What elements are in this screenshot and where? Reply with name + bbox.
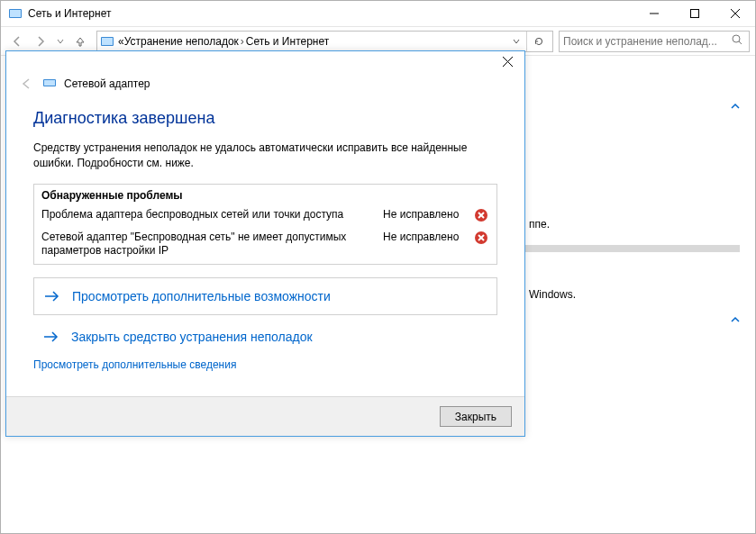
section-collapse-icon[interactable] — [726, 99, 744, 113]
problem-row[interactable]: Сетевой адаптер "Беспроводная сеть" не и… — [34, 228, 496, 264]
problem-row[interactable]: Проблема адаптера беспроводных сетей или… — [34, 205, 496, 228]
problem-text: Проблема адаптера беспроводных сетей или… — [41, 208, 383, 222]
breadcrumb-icon — [100, 34, 114, 49]
close-button[interactable]: Закрыть — [440, 406, 512, 427]
maximize-button[interactable] — [674, 1, 715, 26]
network-adapter-icon — [42, 76, 57, 93]
address-bar[interactable]: « Устранение неполадок › Сеть и Интернет — [96, 31, 553, 52]
breadcrumb-seg2[interactable]: Сеть и Интернет — [246, 35, 329, 48]
dialog-content: Диагностика завершена Средству устранени… — [6, 102, 524, 396]
nav-back-button[interactable] — [6, 31, 28, 52]
body-text-fragment2: Windows. — [529, 288, 576, 301]
progress-bar — [496, 245, 740, 252]
refresh-button[interactable] — [526, 32, 550, 51]
problem-text: Сетевой адаптер "Беспроводная сеть" не и… — [41, 231, 383, 258]
arrow-right-icon — [42, 330, 60, 343]
dialog-title: Сетевой адаптер — [64, 77, 150, 90]
titlebar: Сеть и Интернет — [1, 1, 755, 27]
close-button[interactable] — [715, 1, 755, 26]
error-icon — [473, 208, 489, 222]
svg-rect-1 — [10, 10, 21, 17]
close-troubleshooter-label: Закрыть средство устранения неполадок — [71, 330, 313, 344]
search-box[interactable] — [559, 31, 750, 52]
minimize-button[interactable] — [633, 1, 674, 26]
problems-found-box: Обнаруженные проблемы Проблема адаптера … — [33, 184, 497, 265]
dialog-back-button[interactable] — [17, 75, 35, 93]
close-troubleshooter-option[interactable]: Закрыть средство устранения неполадок — [33, 328, 497, 355]
problem-status: Не исправлено — [383, 231, 473, 243]
control-panel-icon — [8, 6, 23, 21]
svg-rect-7 — [102, 38, 113, 45]
problems-heading: Обнаруженные проблемы — [34, 185, 496, 205]
troubleshooter-dialog: Сетевой адаптер Диагностика завершена Ср… — [5, 50, 525, 437]
dialog-description: Средству устранения неполадок не удалось… — [33, 140, 497, 171]
error-icon — [473, 231, 489, 245]
explore-more-label: Просмотреть дополнительные возможности — [72, 289, 331, 303]
dialog-header: Сетевой адаптер — [6, 71, 524, 102]
explore-more-option[interactable]: Просмотреть дополнительные возможности — [33, 277, 497, 315]
dialog-footer: Закрыть — [6, 396, 524, 436]
breadcrumb-seg1[interactable]: Устранение неполадок — [124, 35, 239, 48]
problem-status: Не исправлено — [383, 208, 473, 221]
view-details-link[interactable]: Просмотреть дополнительные сведения — [33, 355, 236, 375]
breadcrumb-prefix: « — [118, 35, 124, 48]
body-text-fragment: ппе. — [529, 218, 550, 231]
arrow-right-icon — [43, 290, 61, 303]
nav-recent-button[interactable] — [53, 31, 68, 52]
dialog-heading: Диагностика завершена — [33, 109, 497, 128]
nav-forward-button[interactable] — [30, 31, 51, 52]
search-input[interactable] — [563, 35, 731, 48]
svg-rect-3 — [690, 10, 698, 18]
dialog-close-button[interactable] — [490, 51, 524, 71]
search-icon[interactable] — [731, 33, 745, 49]
svg-point-8 — [733, 35, 740, 42]
svg-line-9 — [739, 41, 742, 44]
nav-up-button[interactable] — [69, 31, 91, 52]
section-collapse-icon[interactable] — [726, 312, 744, 327]
dialog-titlebar — [6, 51, 524, 71]
address-dropdown-button[interactable] — [508, 32, 524, 51]
window-title: Сеть и Интернет — [28, 7, 633, 20]
svg-rect-13 — [44, 80, 55, 86]
window-controls — [633, 1, 755, 26]
breadcrumb-sep-icon[interactable]: › — [241, 35, 244, 48]
